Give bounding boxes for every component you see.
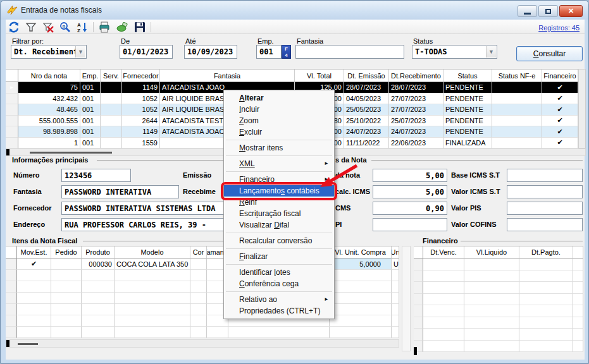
financeiro-grid[interactable]: Dt.Venc.Vl.LiquidoDt.Pagto. bbox=[414, 246, 583, 351]
column-header-pag[interactable]: Dt.Pagto. bbox=[519, 246, 573, 258]
column-header-total[interactable]: Vl. Total bbox=[295, 70, 344, 82]
column-header-status[interactable]: Status bbox=[443, 70, 492, 82]
nota-right-field[interactable] bbox=[507, 202, 583, 215]
print-icon[interactable] bbox=[99, 21, 110, 33]
endereco-field[interactable]: RUA PROFESSOR CARLOS REIS, 39 - bbox=[61, 218, 227, 231]
column-header-emissao[interactable]: Dt. Emissão bbox=[344, 70, 389, 82]
filtrar-por-select[interactable]: Dt. Recebimento ▼ bbox=[11, 45, 87, 59]
menu-item-incluir[interactable]: Incluir bbox=[224, 104, 334, 115]
de-date-input[interactable]: 01/01/2023 bbox=[120, 45, 173, 59]
list-item[interactable] bbox=[414, 270, 583, 282]
chevron-down-icon[interactable]: ▼ bbox=[75, 46, 85, 58]
column-header-serv[interactable]: Serv. bbox=[101, 70, 122, 82]
nota-right-field[interactable] bbox=[507, 169, 583, 182]
registros-link[interactable]: Registros: 45 bbox=[538, 24, 580, 32]
column-header-sel[interactable] bbox=[6, 246, 17, 258]
menu-item-alterar[interactable]: Alterar bbox=[224, 92, 334, 104]
nota-left-field[interactable]: 0,90 bbox=[373, 202, 447, 215]
cell-liq bbox=[464, 305, 519, 317]
menu-item-finalizar[interactable]: Finalizar bbox=[224, 251, 334, 262]
stamp-icon[interactable] bbox=[116, 21, 128, 33]
menu-item-financeiro[interactable]: Financeiro► bbox=[224, 174, 334, 185]
emp-input[interactable]: 001 bbox=[256, 45, 282, 59]
list-item[interactable] bbox=[6, 270, 399, 281]
itens-grid[interactable]: Mov.Est.PedidoProdutoModeloCorTamanhoVl.… bbox=[6, 246, 399, 337]
column-header-sel[interactable] bbox=[6, 70, 18, 82]
column-header-venc[interactable]: Dt.Venc. bbox=[423, 246, 464, 258]
cell-venc bbox=[423, 270, 464, 282]
nota-left-field[interactable]: 5,00 bbox=[373, 185, 447, 198]
nota-right-field[interactable] bbox=[507, 185, 583, 198]
itens-grid-hscrollbar[interactable] bbox=[6, 339, 399, 348]
find-icon[interactable]: n bbox=[59, 21, 71, 33]
column-header-sel[interactable] bbox=[414, 246, 423, 258]
refresh-icon[interactable] bbox=[8, 21, 20, 33]
numero-field[interactable]: 123456 bbox=[61, 169, 131, 182]
fornecedor-field[interactable]: PASSWORD INTERATIVA SISTEMAS LTDA bbox=[61, 202, 227, 215]
menu-item-lancamentos-contabeis[interactable]: Lançamentos contábeis bbox=[224, 185, 334, 197]
chevron-down-icon[interactable]: ▼ bbox=[486, 46, 496, 58]
menu-item-relativo-ao[interactable]: Relativo ao► bbox=[224, 294, 334, 305]
column-header-nfe[interactable]: Status NF-e bbox=[492, 70, 542, 82]
menu-item-recalcular-conversao[interactable]: Recalcular conversão bbox=[224, 235, 334, 246]
menu-item-conferencia-cega[interactable]: Conferência cega bbox=[224, 278, 334, 289]
column-header-fant[interactable]: Fantasia bbox=[160, 70, 295, 82]
column-header-pedido[interactable]: Pedido bbox=[51, 246, 82, 258]
column-header-nro[interactable]: Nro da nota bbox=[18, 70, 80, 82]
column-header-fin[interactable]: Financeiro bbox=[542, 70, 578, 82]
list-item[interactable] bbox=[414, 258, 583, 270]
column-header-modelo[interactable]: Modelo bbox=[115, 246, 190, 258]
list-item[interactable]: ✔000030COCA COLA LATA 350 ML5,0000Un bbox=[6, 258, 399, 270]
menu-item-mostrar-itens[interactable]: Mostrar itens bbox=[224, 142, 334, 154]
list-item[interactable] bbox=[414, 282, 583, 294]
column-header-vlunit[interactable]: Vl. Unit. Compra bbox=[330, 246, 392, 258]
list-item[interactable] bbox=[414, 329, 583, 341]
notas-grid-vscrollbar[interactable] bbox=[578, 69, 586, 149]
list-item[interactable] bbox=[414, 305, 583, 317]
filter-icon[interactable] bbox=[25, 21, 37, 33]
menu-item-identificar-lotes[interactable]: Identificar lotes bbox=[224, 267, 334, 278]
status-select[interactable]: T-TODAS ▼ bbox=[412, 45, 497, 59]
list-item[interactable] bbox=[6, 293, 399, 304]
close-button[interactable]: ✕ bbox=[559, 5, 583, 17]
list-item[interactable] bbox=[414, 341, 583, 353]
fantasia-input[interactable] bbox=[295, 45, 404, 59]
column-header-forn[interactable]: Fornecedor bbox=[122, 70, 160, 82]
list-item[interactable] bbox=[414, 294, 583, 306]
menu-item-zoom[interactable]: Zoom bbox=[224, 115, 334, 126]
column-header-emp[interactable]: Emp. bbox=[80, 70, 101, 82]
column-header-x[interactable] bbox=[573, 246, 583, 258]
save-icon[interactable] bbox=[134, 21, 146, 33]
column-header-liq[interactable]: Vl.Liquido bbox=[464, 246, 519, 258]
menu-item-escrituracao-fiscal[interactable]: Escrituração fiscal bbox=[224, 208, 334, 219]
column-header-cor[interactable]: Cor bbox=[190, 246, 207, 258]
nota-left-field[interactable]: 5,00 bbox=[373, 169, 447, 182]
scrollbar-thumb[interactable] bbox=[18, 343, 38, 345]
column-header-un[interactable]: Un bbox=[392, 246, 399, 258]
info-fantasia-field[interactable]: PASSWORD INTERATIVA bbox=[61, 185, 179, 198]
menu-item-xml[interactable]: XML► bbox=[224, 158, 334, 169]
list-item[interactable] bbox=[414, 317, 583, 329]
minimize-button[interactable] bbox=[518, 5, 537, 17]
column-header-produto[interactable]: Produto bbox=[82, 246, 115, 258]
ate-date-input[interactable]: 10/09/2023 bbox=[184, 45, 237, 59]
list-item[interactable] bbox=[6, 315, 399, 327]
menu-item-excluir[interactable]: Excluir bbox=[224, 126, 334, 138]
nota-left-field[interactable] bbox=[373, 218, 447, 231]
menu-item-reinf[interactable]: Reinf bbox=[224, 197, 334, 208]
consultar-button[interactable]: Consultar bbox=[516, 46, 583, 61]
clear-filter-icon[interactable] bbox=[42, 21, 54, 33]
column-header-movest[interactable]: Mov.Est. bbox=[17, 246, 51, 258]
nota-right-field[interactable] bbox=[507, 218, 583, 231]
list-item[interactable] bbox=[6, 327, 399, 338]
menu-item-propriedades-ctrl-t[interactable]: Propriedades (CTRL+T) bbox=[224, 305, 334, 317]
cell-tam bbox=[207, 327, 228, 338]
list-item[interactable] bbox=[6, 281, 399, 293]
list-item[interactable] bbox=[6, 304, 399, 315]
emp-f4-button[interactable]: F4 bbox=[282, 45, 291, 59]
sort-az-icon[interactable]: A Z bbox=[77, 21, 88, 33]
scrollbar-thumb[interactable] bbox=[30, 152, 112, 154]
column-header-receb[interactable]: Dt.Recebimento bbox=[389, 70, 443, 82]
maximize-button[interactable] bbox=[538, 5, 558, 17]
menu-item-visualizar-difal[interactable]: Visualizar Difal bbox=[224, 219, 334, 231]
